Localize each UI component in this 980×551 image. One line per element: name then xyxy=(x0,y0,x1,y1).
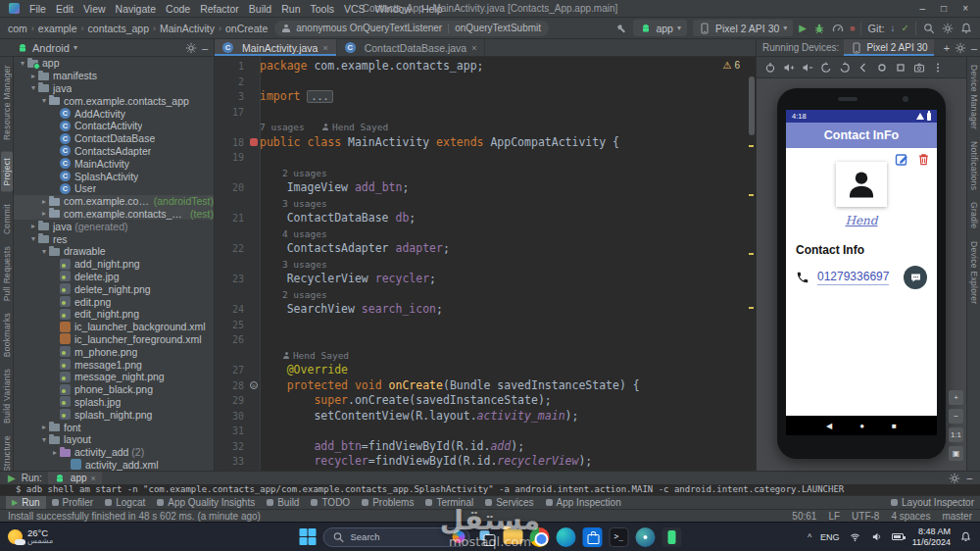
menu-view[interactable]: View xyxy=(78,3,111,15)
status-utf-8[interactable]: UTF-8 xyxy=(852,511,879,522)
toolwindow-app-inspection[interactable]: App Inspection xyxy=(540,496,627,509)
volume-down-icon[interactable] xyxy=(800,60,815,75)
breadcrumb-com[interactable]: com xyxy=(8,23,27,34)
tree-item-java-generated[interactable]: ▸java (generated) xyxy=(14,220,214,232)
phone-number[interactable]: 01279336697 xyxy=(817,270,889,285)
menu-file[interactable]: File xyxy=(24,3,51,15)
more-icon[interactable] xyxy=(930,60,946,75)
status-lf[interactable]: LF xyxy=(828,511,840,522)
tree-item-com-example-contacts-app-test[interactable]: ▸com.example.contacts_app (test) xyxy=(14,208,214,221)
warning-marker[interactable] xyxy=(749,145,754,147)
close-tab-icon[interactable]: × xyxy=(471,43,476,53)
override-gutter-icon[interactable] xyxy=(250,381,258,389)
tree-item-delete-jpg[interactable]: delete.jpg xyxy=(14,271,214,283)
tool-stripe-bookmarks[interactable]: Bookmarks xyxy=(2,313,12,357)
tree-item-edit-png[interactable]: edit.png xyxy=(14,295,214,308)
stop-button[interactable]: ■ xyxy=(850,24,855,33)
collapse-panel-button[interactable]: – xyxy=(966,473,972,483)
device-panel-settings-icon[interactable] xyxy=(955,41,966,54)
tree-item-phone-black-png[interactable]: phone_black.png xyxy=(14,383,214,396)
run-button[interactable]: ▶ xyxy=(799,23,807,33)
zoom-actual-button[interactable]: 1:1 xyxy=(949,427,963,442)
tool-stripe-pull-requests[interactable]: Pull Requests xyxy=(2,246,12,301)
toolwindow-logcat[interactable]: Logcat xyxy=(99,496,151,509)
overview-icon[interactable] xyxy=(893,60,908,75)
git-update-icon[interactable]: ↓ xyxy=(891,23,896,33)
tree-item-ic-launcher-foreground-xml[interactable]: ic_launcher_foreground.xml xyxy=(14,333,214,346)
toolwindow-terminal[interactable]: Terminal xyxy=(419,496,479,509)
toolwindow-todo[interactable]: TODO xyxy=(305,496,356,509)
device-select[interactable]: Pixel 2 API 30 ▾ xyxy=(693,20,793,36)
tab-contactdatabase-java[interactable]: CContactDataBase.java× xyxy=(337,39,486,56)
nav-back-button[interactable]: ◀ xyxy=(826,422,832,430)
nav-recent-button[interactable]: ■ xyxy=(892,422,897,430)
tool-stripe-structure[interactable]: Structure xyxy=(2,435,12,471)
inspections-widget[interactable]: ⚠ 6 xyxy=(722,60,740,71)
tree-item-layout[interactable]: ▾layout xyxy=(14,433,214,446)
tree-item-app[interactable]: ▾app xyxy=(14,57,214,70)
tree-item-splash-jpg[interactable]: splash.jpg xyxy=(14,396,214,409)
start-button[interactable] xyxy=(299,528,317,546)
rotate-left-icon[interactable] xyxy=(818,60,834,75)
warning-marker[interactable] xyxy=(749,307,754,309)
run-tab[interactable]: app × xyxy=(48,472,102,484)
profiler-button[interactable] xyxy=(831,22,844,34)
task-view-icon[interactable] xyxy=(477,527,497,547)
tree-item-addactivity[interactable]: CAddActivity xyxy=(14,107,214,120)
menu-edit[interactable]: Edit xyxy=(51,3,78,15)
device-emulator-icon[interactable] xyxy=(662,527,682,547)
tree-item-splashactivity[interactable]: CSplashActivity xyxy=(14,170,214,182)
notifications-bell-icon[interactable] xyxy=(959,530,972,543)
emulator-screen[interactable]: 4:18 Contact InFo xyxy=(786,110,937,435)
android-studio-icon[interactable] xyxy=(636,527,656,547)
chevron-down-icon[interactable]: ▾ xyxy=(28,234,38,243)
tree-item-splash-night-png[interactable]: splash_night.png xyxy=(14,408,214,421)
taskbar-clock[interactable]: 8:48 AM 11/6/2024 xyxy=(912,526,951,547)
tray-overflow-chevron[interactable]: ^ xyxy=(808,532,811,542)
tree-item-add-night-png[interactable]: add_night.png xyxy=(14,258,214,271)
tree-item-message1-png[interactable]: message1.png xyxy=(14,358,214,371)
minimize-panel-button[interactable]: – xyxy=(971,42,977,54)
chevron-down-icon[interactable]: ▾ xyxy=(39,96,49,105)
toolwindow-build[interactable]: Build xyxy=(261,496,305,509)
wifi-icon[interactable] xyxy=(849,530,861,543)
class-gutter-icon[interactable] xyxy=(250,138,258,146)
tree-item-font[interactable]: ▸font xyxy=(14,421,214,433)
chrome-icon[interactable] xyxy=(530,527,550,547)
edit-contact-icon[interactable] xyxy=(895,152,909,169)
home-icon[interactable] xyxy=(874,60,890,75)
menu-code[interactable]: Code xyxy=(161,3,195,15)
tool-stripe-project[interactable]: Project xyxy=(1,152,13,192)
screenshot-icon[interactable] xyxy=(911,60,927,75)
breadcrumb-oncreate[interactable]: onCreate xyxy=(225,23,268,34)
minimize-button[interactable]: – xyxy=(912,3,934,14)
breadcrumb-mainactivity[interactable]: MainActivity xyxy=(160,23,215,34)
status-4-spaces[interactable]: 4 spaces xyxy=(891,511,930,522)
chevron-right-icon[interactable]: ▸ xyxy=(28,72,38,80)
battery-icon[interactable] xyxy=(892,533,904,540)
edge-icon[interactable] xyxy=(557,527,576,547)
message-button[interactable] xyxy=(904,266,927,289)
settings-gear-icon[interactable] xyxy=(941,22,954,34)
nav-home-button[interactable]: ● xyxy=(859,422,864,430)
menu-help[interactable]: Help xyxy=(416,3,448,15)
layout-inspector-button[interactable]: Layout Inspector xyxy=(891,497,974,508)
tab-mainactivity-java[interactable]: CMainActivity.java× xyxy=(215,39,337,56)
menu-vcs[interactable]: VCS xyxy=(339,3,370,15)
language-indicator[interactable]: ENG xyxy=(820,532,840,542)
tool-stripe-device-manager[interactable]: Device Manager xyxy=(969,65,979,129)
tree-item-activity-add-xml[interactable]: activity_add.xml xyxy=(14,459,214,472)
breadcrumb-example[interactable]: example xyxy=(38,23,77,34)
file-explorer-icon[interactable] xyxy=(504,529,523,544)
build-hammer-icon[interactable] xyxy=(614,22,627,34)
tool-stripe-gradle[interactable]: Gradle xyxy=(969,202,979,228)
debug-button[interactable] xyxy=(812,22,825,34)
tree-item-m-phone-png[interactable]: m_phone.png xyxy=(14,345,214,358)
chevron-down-icon[interactable]: ▾ xyxy=(28,83,38,92)
tree-item-com-example-contacts-app-androidtest[interactable]: ▸com.example.contacts_app (androidTest) xyxy=(14,195,214,208)
toolwindow-profiler[interactable]: Profiler xyxy=(46,496,100,509)
tree-item-contactdatabase[interactable]: CContactDataBase xyxy=(14,132,214,145)
tree-item-com-example-contacts-app[interactable]: ▾com.example.contacts_app xyxy=(14,94,214,107)
toolwindow-services[interactable]: Services xyxy=(479,496,539,509)
tree-item-activity-add-2[interactable]: ▸activity_add (2) xyxy=(14,446,214,459)
